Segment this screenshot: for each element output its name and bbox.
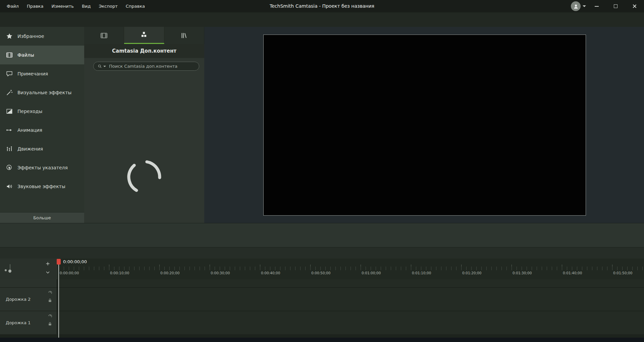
panel-title: Camtasia Доп.контент: [84, 44, 204, 58]
behaviors-icon: [6, 145, 13, 153]
account-avatar[interactable]: [571, 1, 581, 11]
maximize-icon: [614, 4, 618, 8]
sidebar-item-behaviors[interactable]: Движения: [0, 139, 84, 158]
sidebar-more-button[interactable]: Больше: [0, 212, 84, 223]
track-toggle-icon[interactable]: [48, 291, 52, 296]
track-height-handle[interactable]: [8, 270, 11, 273]
collapse-tracks-button[interactable]: [44, 269, 51, 276]
ruler-label: 0:01:30;00: [513, 271, 532, 275]
plus-icon: [45, 261, 50, 266]
ruler-label: 0:01:50;00: [613, 271, 632, 275]
sidebar-item-animations[interactable]: Анимация: [0, 121, 84, 139]
main-toolbar: Запись: [0, 12, 644, 27]
search-input[interactable]: [109, 64, 195, 69]
menu-view[interactable]: Вид: [78, 0, 95, 12]
sidebar-item-label: Примечания: [17, 71, 48, 76]
sidebar-item-visual-effects[interactable]: Визуальные эффекты: [0, 83, 84, 102]
library-icon: [180, 32, 188, 40]
timeline-toolbar: Редактировать как текст...: [0, 247, 644, 259]
minimize-button[interactable]: [588, 0, 605, 12]
cursor-effects-icon: [6, 164, 13, 171]
camtasia-window: Файл Правка Изменить Вид Экспорт Справка…: [0, 0, 644, 342]
ruler-label: 0:00:40;00: [261, 271, 280, 275]
title-bar: Файл Правка Изменить Вид Экспорт Справка…: [0, 0, 644, 12]
track-header-column: Дорожка 2 Дорожка 1: [0, 279, 57, 338]
chevron-down-icon: [45, 270, 50, 275]
ruler-label: 0:01:40;00: [563, 271, 582, 275]
ruler-label: 0:00:10;00: [110, 271, 129, 275]
tab-media-bin[interactable]: [84, 27, 124, 44]
sidebar-item-media[interactable]: Файлы: [0, 46, 84, 64]
transition-icon: [6, 108, 13, 115]
playback-bar: 00:00 / 00:00 30кадр (1.0x) Свойства: [0, 223, 644, 247]
timeline-ruler[interactable]: 0:00:00;00 0:00:10;00 0:00:20;00 0:00:30…: [0, 259, 644, 279]
sidebar-item-transitions[interactable]: Переходы: [0, 102, 84, 121]
timeline-bottom-bar: [0, 338, 644, 342]
ruler-label: 0:00:00;00: [60, 271, 79, 275]
search-filter-caret-icon: [103, 66, 106, 67]
ruler-label: 0:00:30;00: [211, 271, 230, 275]
sidebar-item-label: Избранное: [17, 34, 44, 39]
sidebar-item-cursor-effects[interactable]: Эффекты указателя: [0, 158, 84, 177]
sidebar-item-audio-effects[interactable]: Звуковые эффекты: [0, 177, 84, 196]
track-label: Дорожка 2: [6, 297, 31, 302]
add-track-button[interactable]: [44, 260, 51, 267]
sidebar-item-label: Анимация: [17, 127, 42, 133]
ruler-label: 0:01:20;00: [462, 271, 481, 275]
sidebar-item-label: Звуковые эффекты: [17, 184, 65, 189]
star-icon: [6, 33, 13, 40]
sidebar-item-favorites[interactable]: Избранное: [0, 27, 84, 46]
tab-library[interactable]: [164, 27, 204, 44]
ruler-label: 0:01:00;00: [362, 271, 381, 275]
wand-icon: [6, 89, 13, 96]
timeline-tracks[interactable]: Дорожка 2 Дорожка 1: [0, 279, 644, 338]
media-panel: Camtasia Доп.контент: [84, 27, 204, 223]
ruler-label: 0:01:10;00: [412, 271, 431, 275]
loading-spinner: [124, 157, 164, 197]
sidebar-item-label: Файлы: [17, 52, 34, 58]
sidebar-item-label: Визуальные эффекты: [17, 90, 71, 95]
cubes-icon: [140, 31, 148, 39]
tab-assets[interactable]: [124, 27, 164, 44]
search-box[interactable]: [93, 62, 199, 71]
menu-export[interactable]: Экспорт: [95, 0, 121, 12]
playhead-time: 0:00:00;00: [63, 259, 87, 264]
animation-arrow-icon: [6, 126, 13, 134]
playhead-flag[interactable]: [57, 259, 61, 265]
media-icon: [6, 51, 13, 59]
sidebar-item-annotations[interactable]: Примечания: [0, 64, 84, 83]
filmstrip-icon: [100, 32, 108, 40]
minimize-icon: [595, 6, 599, 7]
sidebar-item-label: Эффекты указателя: [17, 165, 68, 170]
media-panel-tabs: [84, 27, 204, 44]
account-caret-icon[interactable]: [583, 5, 586, 7]
search-icon: [98, 64, 102, 68]
track-toggle-icon[interactable]: [48, 315, 52, 319]
person-icon: [573, 3, 579, 9]
track-lane-1[interactable]: [57, 311, 644, 334]
track-lock-icon[interactable]: [48, 298, 52, 303]
ruler-label: 0:00:50;00: [311, 271, 330, 275]
preview-stage[interactable]: [263, 35, 586, 216]
maximize-button[interactable]: [607, 0, 624, 12]
track-label: Дорожка 1: [6, 320, 31, 325]
sidebar: Избранное Файлы Примечания Визуальные эф…: [0, 27, 84, 223]
menu-bar: Файл Правка Изменить Вид Экспорт Справка: [3, 0, 149, 12]
tracks-footer: [0, 334, 644, 338]
track-lane-2[interactable]: [57, 287, 644, 311]
menu-help[interactable]: Справка: [122, 0, 149, 12]
speaker-icon: [6, 183, 13, 190]
close-icon: [632, 4, 637, 8]
menu-modify[interactable]: Изменить: [47, 0, 78, 12]
track-lock-icon[interactable]: [48, 322, 52, 326]
menu-file[interactable]: Файл: [3, 0, 23, 12]
sidebar-item-label: Движения: [17, 146, 43, 152]
canvas-area: [204, 27, 644, 223]
callout-icon: [6, 70, 13, 77]
close-button[interactable]: [626, 0, 643, 12]
track-controls-header: [0, 259, 57, 279]
ruler-label: 0:00:20;00: [160, 271, 179, 275]
ruler-minor-ticks: [59, 267, 644, 270]
sidebar-item-label: Переходы: [17, 109, 42, 114]
menu-edit[interactable]: Правка: [23, 0, 47, 12]
